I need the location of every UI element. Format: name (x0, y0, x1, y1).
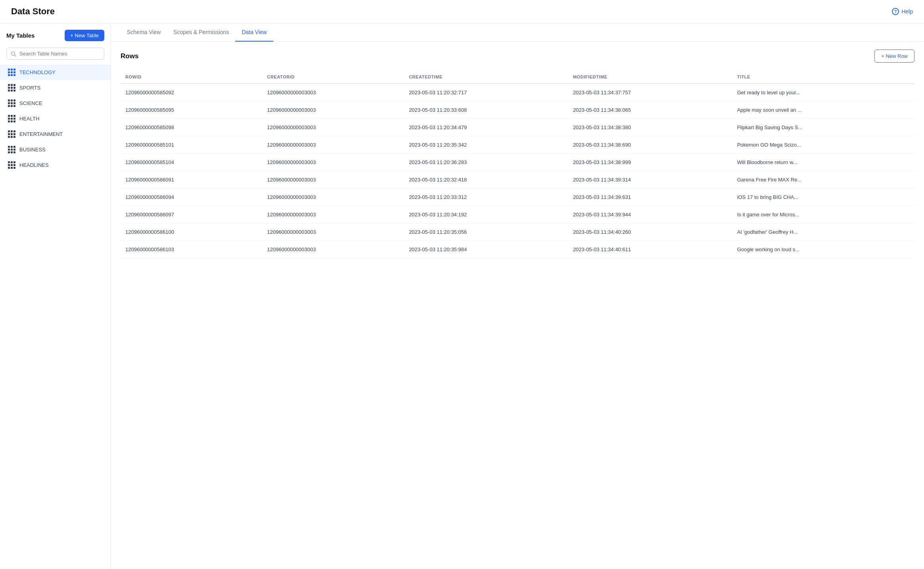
cell-modifiedtime: 2023-05-03 11:34:39:631 (568, 189, 732, 206)
cell-title: Get ready to level up your... (732, 84, 914, 101)
cell-createdtime: 2023-05-03 11:20:35:342 (404, 136, 568, 154)
cell-rowid: 12096000000585104 (121, 154, 263, 171)
cell-creatorid: 12096000000003003 (263, 119, 404, 136)
help-icon: ? (892, 8, 899, 15)
cell-title: Flipkart Big Saving Days S... (732, 119, 914, 136)
cell-rowid: 12096000000586103 (121, 241, 263, 258)
table-row[interactable]: 12096000000586097120960000000030032023-0… (121, 206, 914, 223)
cell-modifiedtime: 2023-05-03 11:34:38:690 (568, 136, 732, 154)
help-button[interactable]: ? Help (892, 8, 913, 15)
cell-modifiedtime: 2023-05-03 11:34:40:611 (568, 241, 732, 258)
grid-icon (8, 146, 15, 153)
cell-rowid: 12096000000586094 (121, 189, 263, 206)
cell-modifiedtime: 2023-05-03 11:34:38:999 (568, 154, 732, 171)
cell-rowid: 12096000000585092 (121, 84, 263, 101)
table-row[interactable]: 12096000000585104120960000000030032023-0… (121, 154, 914, 171)
cell-rowid: 12096000000585101 (121, 136, 263, 154)
tab-data[interactable]: Data View (235, 23, 273, 42)
cell-rowid: 12096000000586100 (121, 223, 263, 241)
search-icon (11, 51, 16, 57)
table-row[interactable]: 12096000000585098120960000000030032023-0… (121, 119, 914, 136)
cell-modifiedtime: 2023-05-03 11:34:39:944 (568, 206, 732, 223)
sidebar-item-headlines[interactable]: HEADLINES (0, 157, 111, 173)
sidebar-item-technology[interactable]: TECHNOLOGY (0, 65, 111, 80)
sidebar-item-health[interactable]: HEALTH (0, 111, 111, 126)
sidebar-item-sports[interactable]: SPORTS (0, 80, 111, 95)
table-row[interactable]: 12096000000586100120960000000030032023-0… (121, 223, 914, 241)
col-header-createdtime: CREATEDTIME (404, 71, 568, 84)
rows-section: Rows + New Row ROWIDCREATORIDCREATEDTIME… (111, 42, 924, 569)
cell-title: Google working on loud s... (732, 241, 914, 258)
col-header-rowid: ROWID (121, 71, 263, 84)
help-label: Help (901, 8, 913, 15)
cell-createdtime: 2023-05-03 11:20:34:479 (404, 119, 568, 136)
new-table-button[interactable]: + New Table (65, 30, 104, 41)
grid-icon (8, 84, 15, 92)
cell-rowid: 12096000000586097 (121, 206, 263, 223)
rows-title: Rows (121, 52, 138, 60)
cell-creatorid: 12096000000003003 (263, 241, 404, 258)
sidebar-item-business[interactable]: BUSINESS (0, 142, 111, 157)
svg-line-1 (15, 55, 16, 56)
cell-createdtime: 2023-05-03 11:20:35:984 (404, 241, 568, 258)
grid-icon (8, 161, 15, 169)
rows-header: Rows + New Row (121, 50, 914, 63)
cell-creatorid: 12096000000003003 (263, 101, 404, 119)
content-area: Schema ViewScopes & PermissionsData View… (111, 23, 924, 569)
search-box-wrap (0, 48, 111, 65)
main-layout: My Tables + New Table TECHNOLOGY SPORTS (0, 23, 924, 569)
cell-createdtime: 2023-05-03 11:20:33:608 (404, 101, 568, 119)
cell-title: Is it game over for Micros... (732, 206, 914, 223)
cell-title: AI 'godfather' Geoffrey H... (732, 223, 914, 241)
cell-title: Garena Free Fire MAX Re... (732, 171, 914, 189)
table-row[interactable]: 12096000000586103120960000000030032023-0… (121, 241, 914, 258)
cell-createdtime: 2023-05-03 11:20:33:312 (404, 189, 568, 206)
cell-modifiedtime: 2023-05-03 11:34:38:380 (568, 119, 732, 136)
cell-createdtime: 2023-05-03 11:20:36:283 (404, 154, 568, 171)
table-list: TECHNOLOGY SPORTS SCIENCE HEALTH ENTERTA… (0, 65, 111, 173)
cell-rowid: 12096000000585095 (121, 101, 263, 119)
table-row[interactable]: 12096000000585095120960000000030032023-0… (121, 101, 914, 119)
data-table: ROWIDCREATORIDCREATEDTIMEMODIFIEDTIMEtit… (121, 71, 914, 258)
grid-icon (8, 115, 15, 122)
table-row[interactable]: 12096000000586091120960000000030032023-0… (121, 171, 914, 189)
app-title: Data Store (11, 6, 55, 17)
sidebar-header: My Tables + New Table (0, 30, 111, 48)
sidebar-item-science[interactable]: SCIENCE (0, 95, 111, 111)
cell-rowid: 12096000000585098 (121, 119, 263, 136)
cell-creatorid: 12096000000003003 (263, 136, 404, 154)
search-input[interactable] (19, 51, 100, 57)
table-item-label: BUSINESS (19, 147, 46, 153)
grid-icon (8, 130, 15, 138)
cell-rowid: 12096000000586091 (121, 171, 263, 189)
tab-schema[interactable]: Schema View (121, 23, 167, 42)
cell-modifiedtime: 2023-05-03 11:34:39:314 (568, 171, 732, 189)
cell-creatorid: 12096000000003003 (263, 154, 404, 171)
cell-creatorid: 12096000000003003 (263, 223, 404, 241)
grid-icon (8, 69, 15, 76)
cell-title: Apple may soon unveil an ... (732, 101, 914, 119)
table-row[interactable]: 12096000000585101120960000000030032023-0… (121, 136, 914, 154)
col-header-modifiedtime: MODIFIEDTIME (568, 71, 732, 84)
table-item-label: HEADLINES (19, 162, 49, 168)
table-item-label: SPORTS (19, 85, 40, 91)
cell-creatorid: 12096000000003003 (263, 171, 404, 189)
cell-creatorid: 12096000000003003 (263, 189, 404, 206)
cell-modifiedtime: 2023-05-03 11:34:38:065 (568, 101, 732, 119)
table-item-label: TECHNOLOGY (19, 69, 56, 75)
cell-modifiedtime: 2023-05-03 11:34:40:260 (568, 223, 732, 241)
sidebar-item-entertainment[interactable]: ENTERTAINMENT (0, 126, 111, 142)
table-item-label: ENTERTAINMENT (19, 131, 63, 137)
cell-createdtime: 2023-05-03 11:20:35:056 (404, 223, 568, 241)
search-box-container (6, 48, 104, 60)
cell-createdtime: 2023-05-03 11:20:32:418 (404, 171, 568, 189)
top-header: Data Store ? Help (0, 0, 924, 23)
cell-createdtime: 2023-05-03 11:20:34:192 (404, 206, 568, 223)
grid-icon (8, 99, 15, 107)
new-row-button[interactable]: + New Row (874, 50, 914, 63)
table-row[interactable]: 12096000000585092120960000000030032023-0… (121, 84, 914, 101)
table-row[interactable]: 12096000000586094120960000000030032023-0… (121, 189, 914, 206)
cell-createdtime: 2023-05-03 11:20:32:717 (404, 84, 568, 101)
tab-scopes[interactable]: Scopes & Permissions (167, 23, 235, 42)
sidebar-title: My Tables (6, 32, 35, 39)
